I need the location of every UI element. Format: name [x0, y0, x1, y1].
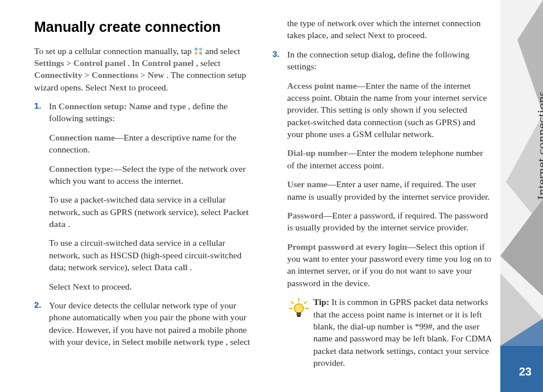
page-title: Manually create connection — [34, 17, 254, 37]
content-body: Manually create connection To set up a c… — [34, 17, 492, 373]
kw-prompt-password: Prompt password at every login — [287, 242, 408, 251]
kw-select-mobile-network-type: Select mobile network type — [122, 337, 224, 346]
kw-settings: Settings — [34, 58, 64, 68]
intro-paragraph: To set up a cellular connection manually… — [34, 45, 254, 94]
svg-point-16 — [294, 304, 303, 313]
kw-dial-up-number: Dial-up number — [287, 148, 348, 158]
kw-control-panel: Control panel — [73, 58, 125, 68]
svg-rect-10 — [199, 52, 202, 55]
svg-rect-7 — [195, 48, 198, 51]
svg-rect-8 — [199, 48, 202, 51]
app-grid-icon — [194, 46, 203, 54]
kw-next: Next — [109, 82, 127, 92]
svg-rect-17 — [297, 312, 301, 315]
tip-block: Tip: It is common in GPRS packet data ne… — [287, 296, 493, 369]
kw-connection-name: Connection name — [49, 133, 115, 142]
svg-line-13 — [304, 302, 307, 304]
kw-connection-type: Connection type: — [49, 164, 113, 174]
kw-data-call: Data call — [154, 262, 188, 272]
kw-connections: Connections — [92, 70, 138, 80]
step-3: In the connection setup dialog, define t… — [273, 48, 493, 369]
kw-user-name: User name — [287, 179, 328, 189]
step-1: In Connection setup: Name and type , def… — [34, 100, 254, 292]
kw-password: Password — [287, 211, 324, 220]
kw-access-point-name: Access point name — [287, 81, 357, 90]
tip-label: Tip: — [314, 297, 330, 307]
kw-connectivity: Connectivity — [34, 70, 82, 80]
side-tab-label: Internet connections — [535, 91, 543, 200]
svg-line-12 — [291, 302, 294, 304]
lightbulb-icon — [287, 297, 310, 323]
svg-rect-18 — [297, 315, 301, 317]
svg-rect-9 — [195, 52, 198, 55]
page-number: 23 — [519, 365, 532, 378]
manual-page: Internet connections 23 Manually create … — [0, 0, 543, 392]
kw-new: New — [147, 70, 164, 80]
